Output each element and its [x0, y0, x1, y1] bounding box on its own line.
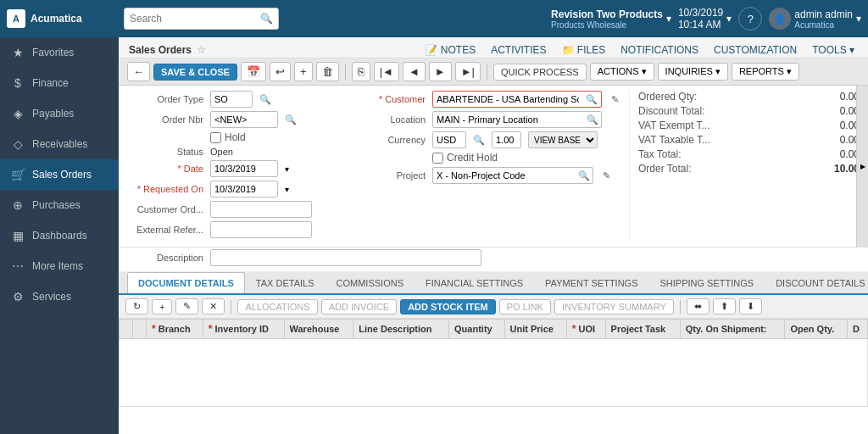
hold-checkbox[interactable]	[210, 132, 221, 143]
activities-button[interactable]: ACTIVITIES	[487, 42, 549, 58]
currency-search-icon[interactable]: 🔍	[473, 135, 485, 146]
sidebar-item-dashboards[interactable]: ▦ Dashboards	[0, 220, 119, 251]
sidebar-label-dashboards: Dashboards	[32, 230, 87, 242]
project-edit-icon[interactable]: ✎	[603, 170, 610, 181]
order-nbr-input[interactable]	[210, 111, 278, 128]
order-nbr-search-icon[interactable]: 🔍	[285, 114, 297, 125]
currency-rate-input[interactable]	[492, 131, 521, 148]
location-input[interactable]	[433, 114, 584, 125]
currency-base-select[interactable]: VIEW BASE	[528, 131, 598, 148]
grid-refresh-button[interactable]: ↻	[125, 298, 148, 314]
user-name: admin admin	[794, 8, 853, 20]
sidebar-item-sales-orders[interactable]: 🛒 Sales Orders	[0, 159, 119, 190]
external-ref-input[interactable]	[210, 221, 312, 238]
tab-financial-settings[interactable]: FINANCIAL SETTINGS	[415, 272, 534, 293]
inventory-summary-button[interactable]: INVENTORY SUMMARY	[554, 299, 674, 314]
user-menu[interactable]: 👤 admin admin Acumatica ▾	[769, 8, 861, 30]
customization-button[interactable]: CUSTOMIZATION	[710, 42, 800, 58]
ordered-qty-row: Ordered Qty: 0.00	[638, 91, 860, 103]
vat-exempt-value: 0.00	[809, 120, 860, 131]
form-scroll-right[interactable]: ▶	[856, 86, 868, 247]
first-button[interactable]: |◄	[374, 62, 399, 81]
notifications-button[interactable]: NOTIFICATIONS	[617, 42, 702, 58]
description-input[interactable]	[210, 249, 481, 266]
avatar: 👤	[769, 8, 791, 30]
revision-block[interactable]: Revision Two Products Products Wholesale…	[551, 8, 671, 30]
help-button[interactable]: ?	[738, 7, 762, 31]
favorite-star-icon[interactable]: ☆	[197, 44, 206, 56]
location-search-icon[interactable]: 🔍	[584, 113, 601, 127]
save-close-button[interactable]: SAVE & CLOSE	[153, 64, 237, 81]
po-link-button[interactable]: PO LINK	[499, 299, 551, 314]
date-dropdown-icon[interactable]: ▾	[285, 164, 289, 174]
prev-button[interactable]: ◄	[403, 62, 426, 81]
grid-icon1-button[interactable]: ⬌	[687, 298, 709, 314]
inquiries-dropdown[interactable]: INQUIRIES ▾	[658, 63, 728, 81]
project-field[interactable]: 🔍	[432, 167, 593, 184]
tab-commissions[interactable]: COMMISSIONS	[326, 272, 415, 293]
files-button[interactable]: 📁 FILES	[559, 42, 609, 58]
reports-dropdown[interactable]: REPORTS ▾	[732, 63, 799, 81]
tab-payment-settings[interactable]: PAYMENT SETTINGS	[534, 272, 648, 293]
quick-process-button[interactable]: QUICK PROCESS	[493, 64, 587, 81]
location-field[interactable]: 🔍	[432, 111, 602, 128]
next-button[interactable]: ►	[429, 62, 452, 81]
search-input[interactable]	[130, 13, 257, 25]
actions-dropdown[interactable]: ACTIONS ▾	[590, 63, 654, 81]
grid-icon3-button[interactable]: ⬇	[739, 298, 762, 314]
sidebar-item-favorites[interactable]: ★ Favorites	[0, 37, 119, 68]
copy-button[interactable]: ⎘	[352, 62, 370, 81]
back-button[interactable]: ←	[127, 62, 150, 81]
currency-input[interactable]	[432, 131, 466, 148]
grid-toolbar: ↻ + ✎ ✕ ALLOCATIONS ADD INVOICE ADD STOC…	[119, 295, 868, 319]
add-invoice-button[interactable]: ADD INVOICE	[321, 299, 398, 314]
tab-document-details[interactable]: DOCUMENT DETAILS	[127, 272, 245, 293]
grid-body	[120, 339, 868, 407]
order-type-search-icon[interactable]: 🔍	[259, 94, 271, 105]
calendar-button[interactable]: 📅	[241, 62, 266, 81]
sidebar-item-more-items[interactable]: ⋯ More Items	[0, 251, 119, 281]
undo-button[interactable]: ↩	[270, 62, 291, 81]
customer-input[interactable]	[433, 93, 582, 105]
favorites-icon: ★	[10, 46, 25, 59]
grid-area: * Branch * Inventory ID Warehouse Line D…	[119, 319, 868, 434]
sidebar-item-payables[interactable]: ◈ Payables	[0, 98, 119, 129]
customer-edit-icon[interactable]: ✎	[611, 94, 619, 105]
order-type-input[interactable]	[210, 91, 253, 108]
grid-icon2-button[interactable]: ⬆	[713, 298, 736, 314]
delete-button[interactable]: 🗑	[316, 62, 339, 81]
notes-button[interactable]: 📝 NOTES	[421, 42, 479, 58]
project-input[interactable]	[433, 170, 576, 181]
revision-sub: Products Wholesale	[551, 20, 663, 30]
add-stock-item-button[interactable]: ADD STOCK ITEM	[400, 299, 496, 314]
sidebar-item-receivables[interactable]: ◇ Receivables	[0, 129, 119, 159]
credit-hold-checkbox[interactable]	[432, 153, 443, 164]
customer-field[interactable]: 🔍	[432, 91, 602, 108]
allocations-button[interactable]: ALLOCATIONS	[237, 299, 317, 314]
sidebar-item-purchases[interactable]: ⊕ Purchases	[0, 190, 119, 220]
project-search-icon[interactable]: 🔍	[576, 169, 593, 183]
customer-search-icon[interactable]: 🔍	[582, 92, 601, 107]
add-button[interactable]: +	[294, 62, 313, 81]
col-branch: * Branch	[147, 320, 203, 339]
tab-discount-details[interactable]: DISCOUNT DETAILS	[765, 272, 868, 293]
sidebar-item-finance[interactable]: $ Finance	[0, 68, 119, 98]
tools-button[interactable]: TOOLS ▾	[809, 42, 858, 58]
date-display: 10/3/2019	[678, 7, 723, 19]
order-total-row: Order Total: 10.00	[638, 163, 860, 175]
customer-ord-input[interactable]	[210, 201, 312, 218]
user-dropdown-icon: ▾	[856, 13, 861, 25]
tab-shipping-settings[interactable]: SHIPPING SETTINGS	[649, 272, 765, 293]
grid-edit-button[interactable]: ✎	[175, 298, 198, 314]
requested-on-input[interactable]	[210, 181, 278, 198]
search-box[interactable]: 🔍	[124, 8, 279, 30]
requested-on-dropdown-icon[interactable]: ▾	[285, 185, 289, 194]
sidebar-item-services[interactable]: ⚙ Services	[0, 281, 119, 312]
user-company: Acumatica	[794, 20, 853, 30]
form-section: Order Type 🔍 Order Nbr 🔍 Hold Status Ope…	[119, 86, 868, 248]
grid-delete-button[interactable]: ✕	[202, 298, 225, 314]
date-input[interactable]	[210, 160, 278, 177]
grid-add-button[interactable]: +	[152, 299, 172, 314]
tab-tax-details[interactable]: TAX DETAILS	[245, 272, 326, 293]
last-button[interactable]: ►|	[455, 62, 481, 81]
